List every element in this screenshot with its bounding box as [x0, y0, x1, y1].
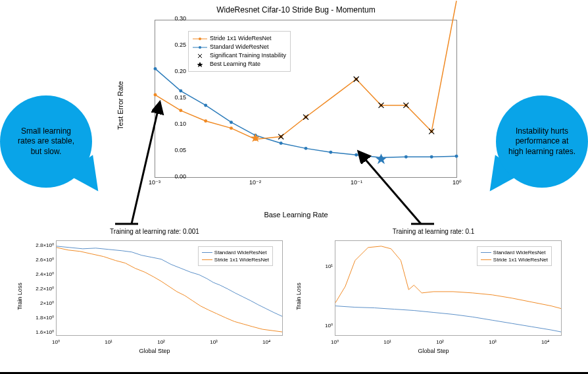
subleft-ylabel: Train Loss	[16, 282, 23, 310]
speech-right-text: Instability hurts performance at high le…	[508, 126, 576, 157]
series-stride1x1-points	[154, 78, 433, 141]
subleft-legend: Standard WideResNet Stride 1x1 WideResNe…	[198, 246, 273, 266]
subleft-title: Training at learning rate: 0.001	[110, 228, 199, 235]
sxtick: 10³	[489, 339, 497, 345]
subchart-lr-0001: Training at learning rate: 0.001 Train L…	[20, 237, 289, 356]
ytick: 0.20	[166, 68, 186, 74]
subright-title: Training at learning rate: 0.1	[393, 228, 475, 235]
svg-point-0	[154, 67, 157, 70]
main-chart-title: WideResnet Cifar-10 Stride Bug - Momentu…	[216, 5, 375, 14]
sxtick: 10²	[436, 339, 444, 345]
subleft-xlabel: Global Step	[139, 348, 170, 354]
subright-xlabel: Global Step	[418, 348, 449, 354]
ytick: 0.25	[166, 41, 186, 48]
svg-point-7	[329, 151, 332, 154]
svg-point-27	[199, 46, 201, 49]
svg-point-11	[430, 155, 433, 159]
sxtick: 10⁴	[541, 339, 549, 345]
sytick: 2.2×10⁰	[36, 286, 54, 292]
instability-markers	[278, 76, 434, 139]
svg-point-2	[204, 103, 207, 107]
speech-bubble-right: Instability hurts performance at high le…	[496, 95, 588, 188]
svg-point-15	[204, 119, 207, 122]
xtick: 10⁰	[453, 179, 462, 186]
sxtick: 10²	[157, 339, 165, 345]
subright-legend: Standard WideResNet Stride 1x1 WideResNe…	[477, 246, 552, 266]
speech-bubble-left: Small learning rates are stable, but slo…	[0, 95, 92, 188]
main-legend: Stride 1x1 WideResNet Standard WideResNe…	[188, 31, 291, 72]
svg-point-12	[455, 155, 458, 158]
ytick: 0.30	[166, 15, 186, 22]
sytick: 2.8×10⁰	[36, 242, 54, 248]
sxtick: 10⁰	[52, 339, 60, 345]
legend-s2: Standard WideResNet	[210, 43, 269, 51]
sr-leg-a: Standard WideResNet	[493, 249, 546, 256]
svg-point-1	[179, 90, 182, 93]
ytick: 0.05	[166, 147, 186, 153]
subright-plot: Standard WideResNet Stride 1x1 WideResNe…	[335, 240, 562, 336]
ytick: 0.15	[166, 94, 186, 101]
svg-point-3	[230, 120, 233, 124]
sxtick: 10³	[210, 339, 218, 345]
sxtick: 10⁰	[331, 339, 339, 345]
subleft-plot: Standard WideResNet Stride 1x1 WideResNe…	[56, 240, 283, 336]
main-xlabel: Base Learning Rate	[264, 211, 328, 219]
svg-point-8	[355, 153, 358, 157]
legend-s1: Stride 1x1 WideResNet	[210, 34, 272, 43]
subchart-lr-01: Training at learning rate: 0.1 Train Los…	[299, 237, 568, 356]
series-standard-points	[154, 67, 458, 159]
main-chart: WideResnet Cifar-10 Stride Bug - Momentu…	[128, 13, 464, 198]
subright-standard	[335, 306, 561, 332]
ytick: 0.10	[166, 120, 186, 127]
sxtick: 10¹	[105, 339, 112, 345]
xtick: 10⁻³	[149, 179, 160, 186]
sl-leg-b: Stride 1x1 WideResNet	[214, 256, 269, 263]
main-ylabel: Test Error Rate	[116, 81, 124, 130]
sytick: 10¹	[325, 263, 333, 269]
svg-point-10	[404, 155, 408, 159]
sxtick: 10¹	[383, 339, 391, 345]
sytick: 1.8×10⁰	[36, 315, 54, 321]
sr-leg-b: Stride 1x1 WideResNet	[493, 256, 548, 263]
legend-best: Best Learning Rate	[210, 60, 260, 68]
svg-point-5	[280, 142, 283, 145]
sytick: 2×10⁰	[40, 300, 54, 306]
ytick: 0.00	[166, 173, 186, 180]
speech-left-text: Small learning rates are stable, but slo…	[12, 126, 80, 157]
subright-ylabel: Train Loss	[295, 282, 302, 310]
sytick: 2.4×10⁰	[36, 271, 54, 277]
sytick: 2.6×10⁰	[36, 257, 54, 263]
svg-point-13	[154, 94, 157, 97]
svg-point-6	[305, 147, 308, 150]
series-standard	[155, 68, 456, 157]
sytick: 1.6×10⁰	[36, 329, 54, 335]
xtick: 10⁻¹	[351, 179, 362, 186]
svg-point-25	[199, 38, 201, 40]
legend-instab: Significant Training Instability	[210, 51, 286, 60]
sxtick: 10⁴	[262, 339, 270, 345]
sytick: 10⁰	[325, 323, 333, 329]
xtick: 10⁻²	[249, 179, 261, 186]
sl-leg-a: Standard WideResNet	[214, 249, 267, 256]
svg-point-16	[230, 126, 233, 130]
svg-point-14	[179, 109, 182, 112]
main-plot-area: Stride 1x1 WideResNet Standard WideResNe…	[155, 20, 457, 178]
